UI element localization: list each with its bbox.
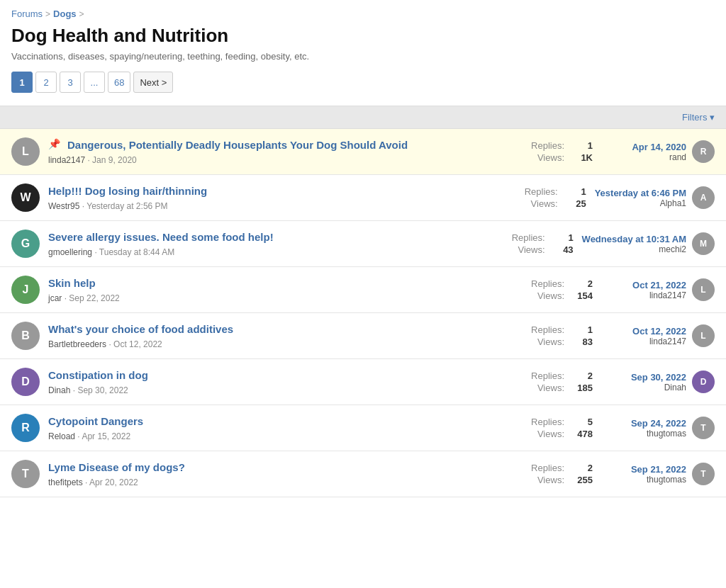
- views-stat-row: Views:83: [508, 337, 593, 347]
- thread-title-link[interactable]: Help!!! Dog losing hair/thinning: [48, 184, 207, 198]
- thread-stats: Replies:1Views:83: [508, 324, 593, 347]
- thread-main: Severe allergy issues. Need some food he…: [48, 230, 480, 256]
- thread-title-link[interactable]: Cytopoint Dangers: [48, 414, 143, 429]
- last-username: linda2147: [632, 290, 686, 300]
- thread-posted-date: Sep 22, 2022: [69, 293, 119, 303]
- views-stat-row: Views:255: [508, 475, 593, 485]
- replies-label: Replies:: [531, 371, 564, 381]
- thread-title-row: Cytopoint Dangers: [48, 414, 499, 431]
- views-label: Views:: [531, 198, 558, 209]
- breadcrumb-forums-link[interactable]: Forums: [11, 9, 43, 19]
- thread-title-link[interactable]: Lyme Disease of my dogs?: [48, 460, 185, 475]
- avatar: B: [11, 322, 40, 350]
- thread-row: GSevere allergy issues. Need some food h…: [0, 221, 726, 267]
- replies-stat-row: Replies:1: [501, 186, 586, 197]
- last-info-wrapper: Sep 30, 2022DinahD: [631, 371, 715, 393]
- thread-row: L📌Dangerous, Potentially Deadly Housepla…: [0, 129, 726, 175]
- thread-meta: Dinah · Sep 30, 2022: [48, 385, 499, 395]
- thread-last-info: Yesterday at 6:46 PMAlpha1A: [595, 186, 715, 209]
- breadcrumb-dogs: Dogs: [53, 9, 77, 19]
- last-username: thugtomas: [631, 429, 686, 439]
- views-label: Views:: [537, 429, 564, 439]
- thread-posted-date: Jan 9, 2020: [92, 155, 137, 165]
- last-info-wrapper: Wednesday at 10:31 AMmechi2M: [582, 232, 715, 255]
- views-label: Views:: [537, 383, 564, 393]
- thread-stats: Replies:2Views:154: [508, 278, 593, 301]
- thread-meta: Reload · Apr 15, 2022: [48, 431, 499, 441]
- views-stat-row: Views:25: [501, 198, 586, 209]
- page-btn-1[interactable]: 1: [11, 72, 33, 93]
- avatar: D: [11, 368, 40, 396]
- views-stat-row: Views:154: [508, 290, 593, 301]
- last-info-wrapper: Oct 21, 2022linda2147L: [632, 278, 715, 301]
- thread-title-link[interactable]: Dangerous, Potentially Deadly Houseplant…: [67, 138, 408, 152]
- thread-title-link[interactable]: Severe allergy issues. Need some food he…: [48, 230, 274, 244]
- breadcrumb-sep2: >: [79, 9, 84, 19]
- thread-main: What's your choice of food additivesBart…: [48, 322, 499, 349]
- last-text-div: Apr 14, 2020rand: [632, 142, 686, 162]
- last-avatar: T: [692, 417, 715, 439]
- replies-value: 1: [551, 232, 574, 243]
- thread-stats: Replies:1Views:43: [488, 232, 574, 255]
- views-label: Views:: [518, 244, 545, 255]
- replies-value: 2: [570, 278, 593, 289]
- thread-title-link[interactable]: Skin help: [48, 276, 96, 290]
- views-value: 478: [570, 429, 593, 439]
- breadcrumb: Forums > Dogs >: [11, 9, 715, 19]
- last-date: Wednesday at 10:31 AM: [582, 234, 686, 244]
- last-date: Sep 30, 2022: [631, 372, 686, 383]
- replies-stat-row: Replies:5: [508, 417, 593, 427]
- last-text-div: Oct 12, 2022linda2147: [632, 326, 686, 346]
- last-username: mechi2: [582, 244, 686, 254]
- avatar: G: [11, 230, 40, 258]
- last-avatar: R: [692, 140, 715, 163]
- thread-stats: Replies:5Views:478: [508, 417, 593, 439]
- last-avatar: D: [692, 371, 715, 393]
- last-avatar: L: [692, 278, 715, 301]
- thread-username: Bartletbreeders: [48, 339, 106, 349]
- thread-main: Lyme Disease of my dogs?thefitpets · Apr…: [48, 460, 499, 487]
- avatar: W: [11, 183, 40, 212]
- thread-row: DConstipation in dogDinah · Sep 30, 2022…: [0, 359, 726, 405]
- replies-stat-row: Replies:2: [508, 371, 593, 381]
- thread-title-link[interactable]: Constipation in dog: [48, 368, 148, 383]
- replies-stat-row: Replies:2: [508, 463, 593, 473]
- views-value: 25: [564, 198, 586, 209]
- thread-meta: jcar · Sep 22, 2022: [48, 293, 499, 303]
- last-avatar: A: [692, 186, 715, 209]
- thread-username: gmoellering: [48, 247, 92, 257]
- thread-title-row: Help!!! Dog losing hair/thinning: [48, 184, 493, 200]
- replies-stat-row: Replies:2: [508, 278, 593, 289]
- page-btn-68[interactable]: 68: [108, 72, 130, 93]
- thread-title-link[interactable]: What's your choice of food additives: [48, 322, 233, 337]
- last-text-div: Sep 24, 2022thugtomas: [631, 418, 686, 439]
- thread-title-row: What's your choice of food additives: [48, 322, 499, 339]
- page-btn-2[interactable]: 2: [35, 72, 57, 93]
- replies-label: Replies:: [531, 324, 564, 335]
- thread-row: RCytopoint DangersReload · Apr 15, 2022R…: [0, 405, 726, 451]
- thread-username: thefitpets: [48, 477, 83, 487]
- last-username: rand: [632, 152, 686, 162]
- thread-posted-date: Tuesday at 8:44 AM: [99, 247, 174, 257]
- last-info-wrapper: Sep 24, 2022thugtomasT: [631, 417, 715, 439]
- last-date: Oct 21, 2022: [632, 280, 686, 290]
- thread-posted-date: Sep 30, 2022: [77, 385, 128, 395]
- page-btn-3[interactable]: 3: [60, 72, 81, 93]
- last-avatar: L: [692, 324, 715, 347]
- thread-meta: linda2147 · Jan 9, 2020: [48, 155, 499, 165]
- pagination-next-button[interactable]: Next >: [133, 72, 173, 93]
- filters-button[interactable]: Filters ▾: [682, 112, 715, 123]
- last-avatar: M: [692, 232, 715, 255]
- thread-last-info: Oct 12, 2022linda2147L: [601, 324, 715, 347]
- replies-value: 1: [570, 324, 593, 335]
- views-label: Views:: [537, 152, 564, 163]
- views-stat-row: Views:478: [508, 429, 593, 439]
- last-username: thugtomas: [631, 475, 686, 485]
- last-info-wrapper: Yesterday at 6:46 PMAlpha1A: [595, 186, 715, 209]
- replies-value: 5: [570, 417, 593, 427]
- replies-label: Replies:: [512, 232, 545, 243]
- views-value: 1K: [570, 152, 593, 163]
- page-btn-...[interactable]: ...: [84, 72, 105, 93]
- replies-stat-row: Replies:1: [488, 232, 574, 243]
- thread-list: L📌Dangerous, Potentially Deadly Housepla…: [0, 129, 726, 497]
